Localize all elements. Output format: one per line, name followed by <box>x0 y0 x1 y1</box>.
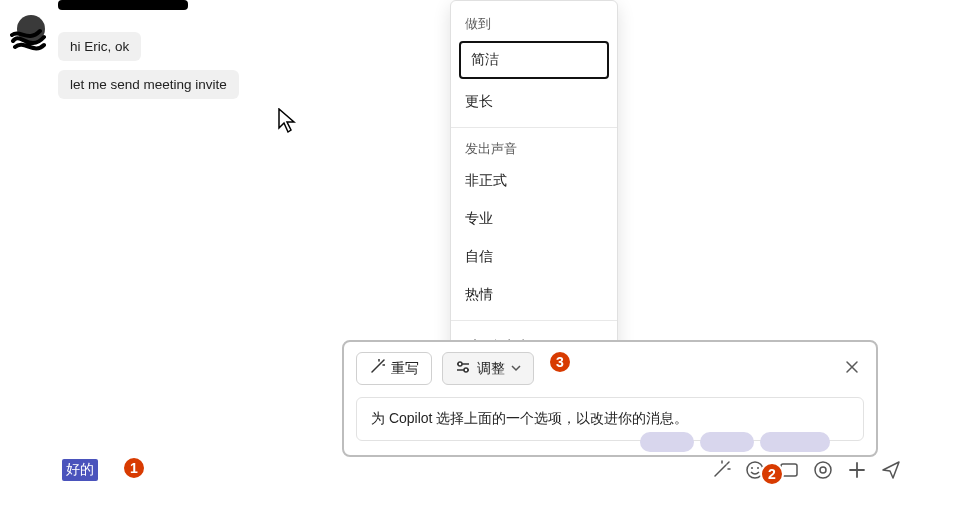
compose-icons <box>710 459 902 481</box>
copilot-icon-button[interactable] <box>710 459 732 481</box>
chat-bubble-2-text: let me send meeting invite <box>70 77 227 92</box>
annotation-badge-1-num: 1 <box>130 460 138 476</box>
menu-item-enthusiastic-label: 热情 <box>465 286 493 302</box>
annotation-badge-2: 2 <box>760 462 784 486</box>
rewrite-button[interactable]: 重写 <box>356 352 432 385</box>
compose-input-value: 好的 <box>66 461 94 477</box>
svg-point-0 <box>458 362 462 366</box>
menu-item-confident-label: 自信 <box>465 248 493 264</box>
menu-group-make-it: 做到 <box>451 9 617 37</box>
menu-item-concise[interactable]: 简洁 <box>459 41 609 79</box>
sticker-icon-button[interactable] <box>812 459 834 481</box>
svg-point-1 <box>464 368 468 372</box>
svg-point-7 <box>820 467 826 473</box>
chat-bubble-1-text: hi Eric, ok <box>70 39 129 54</box>
avatar-scribble <box>10 25 50 63</box>
menu-divider-2 <box>451 320 617 321</box>
menu-item-professional[interactable]: 专业 <box>451 200 617 238</box>
annotation-badge-1: 1 <box>122 456 146 480</box>
menu-item-confident[interactable]: 自信 <box>451 238 617 276</box>
compose-input[interactable]: 好的 <box>62 459 98 481</box>
svg-point-4 <box>757 467 759 469</box>
svg-point-3 <box>751 467 753 469</box>
copilot-toolbar: 重写 调整 <box>356 352 864 385</box>
menu-item-professional-label: 专业 <box>465 210 493 226</box>
plus-icon-button[interactable] <box>846 459 868 481</box>
adjust-menu: 做到 简洁 更长 发出声音 非正式 专业 自信 热情 自定义 <box>450 0 618 377</box>
copilot-close-button[interactable] <box>840 355 864 382</box>
redacted-name <box>58 0 188 10</box>
menu-item-longer-label: 更长 <box>465 93 493 109</box>
chat-bubble-1: hi Eric, ok <box>58 32 141 61</box>
annotation-badge-3: 3 <box>548 350 572 374</box>
chevron-down-icon <box>511 361 521 376</box>
send-icon-button[interactable] <box>880 459 902 481</box>
adjust-button[interactable]: 调整 <box>442 352 534 385</box>
menu-divider <box>451 127 617 128</box>
menu-item-casual[interactable]: 非正式 <box>451 162 617 200</box>
cursor-icon <box>278 108 298 138</box>
menu-item-enthusiastic[interactable]: 热情 <box>451 276 617 314</box>
menu-item-longer[interactable]: 更长 <box>451 83 617 121</box>
rewrite-button-label: 重写 <box>391 360 419 378</box>
chat-bubble-2: let me send meeting invite <box>58 70 239 99</box>
menu-group-sound: 发出声音 <box>451 134 617 162</box>
annotation-badge-3-num: 3 <box>556 354 564 370</box>
menu-item-casual-label: 非正式 <box>465 172 507 188</box>
copilot-hint-text: 为 Copilot 选择上面的一个选项，以改进你的消息。 <box>371 410 688 426</box>
svg-point-6 <box>815 462 831 478</box>
sliders-icon <box>455 359 471 378</box>
menu-item-concise-label: 简洁 <box>471 51 499 67</box>
magic-wand-icon <box>369 359 385 378</box>
adjust-button-label: 调整 <box>477 360 505 378</box>
annotation-badge-2-num: 2 <box>768 466 776 482</box>
